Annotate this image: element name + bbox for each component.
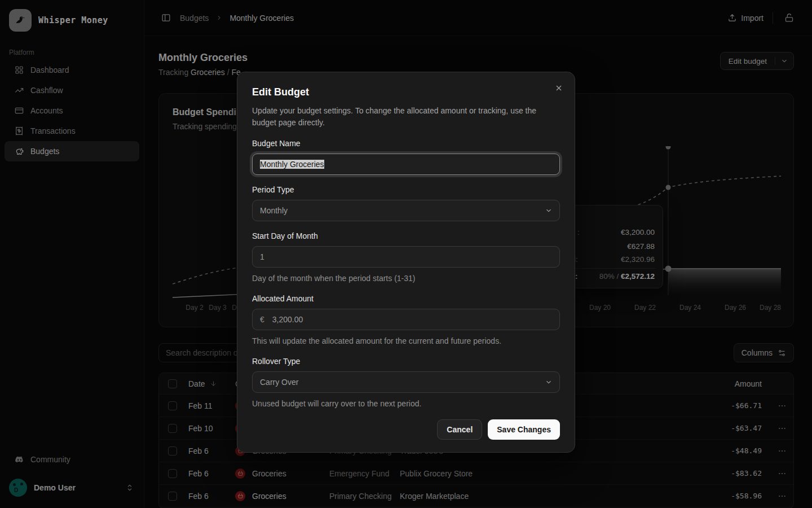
start-day-value[interactable] [260,252,552,261]
cancel-button[interactable]: Cancel [437,419,482,440]
allocated-amount-value[interactable] [272,315,552,324]
rollover-type-label: Rollover Type [252,356,560,367]
budget-name-label: Budget Name [252,138,560,149]
start-day-help: Day of the month when the period starts … [252,273,560,284]
chevron-down-icon [545,378,553,386]
chevron-down-icon [545,207,553,214]
period-type-label: Period Type [252,185,560,195]
allocated-amount-help: This will update the allocated amount fo… [252,336,560,347]
rollover-type-help: Unused budget will carry over to the nex… [252,398,560,409]
start-day-label: Start Day of Month [252,231,560,242]
rollover-type-select[interactable]: Carry Over [252,371,560,393]
edit-budget-modal: Edit Budget Update your budget settings.… [237,72,575,453]
save-changes-button[interactable]: Save Changes [488,419,560,440]
start-day-input[interactable] [252,246,560,268]
period-type-select[interactable]: Monthly [252,200,560,221]
currency-prefix: € [260,315,264,324]
modal-description: Update your budget settings. To change t… [252,105,560,129]
close-icon[interactable] [552,81,566,95]
modal-title: Edit Budget [252,85,560,99]
allocated-amount-input[interactable]: € [252,309,560,330]
selected-text: Monthly Groceries [260,160,324,169]
budget-name-input[interactable]: Monthly Groceries [252,154,560,175]
allocated-amount-label: Allocated Amount [252,294,560,304]
